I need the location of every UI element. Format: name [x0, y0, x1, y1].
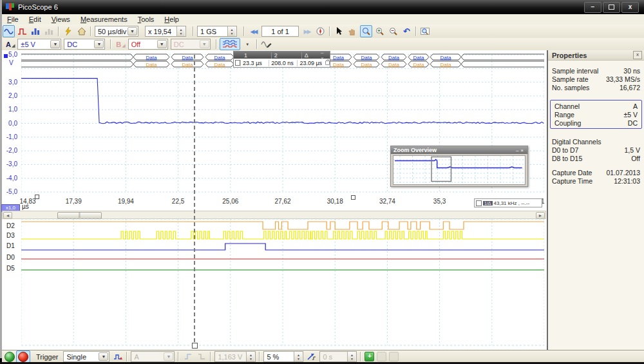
time-ruler-line[interactable]	[194, 55, 195, 343]
menu-item-tools[interactable]: Tools	[133, 15, 160, 24]
trigger-level-spinner[interactable]: 1,163 V▲▼	[214, 351, 256, 362]
decode-data-label[interactable]: Data	[440, 55, 451, 61]
chevron-down-icon: ▼	[99, 352, 108, 361]
channel-a-coupling-dropdown[interactable]: DC▼	[64, 39, 105, 50]
scope-mode-button[interactable]	[3, 25, 15, 37]
channel-b-menu-arrow-icon[interactable]: ◢	[122, 43, 125, 48]
property-value: 12:31:03	[614, 177, 640, 185]
lock-icon[interactable]	[325, 61, 330, 65]
add-measurement-button[interactable]: +	[365, 352, 374, 361]
zoom-overview-plot[interactable]	[393, 156, 524, 183]
channel-a-menu-arrow-icon[interactable]: ◢	[12, 43, 15, 48]
pretrigger-spinner[interactable]: 5 %▲▼	[263, 351, 303, 362]
zoom-in-button[interactable]	[374, 25, 386, 37]
zoom-overview-titlebar[interactable]: Zoom Overview –×	[391, 146, 527, 154]
menu-item-measurements[interactable]: Measurements	[75, 15, 133, 24]
ruler-legend-overlay[interactable]: 1 2 Δ –× 23.3 µs 208.0 ns 23.09 µs	[233, 51, 330, 68]
undo-zoom-button[interactable]: ↶	[401, 25, 413, 37]
rising-edge-button[interactable]	[182, 350, 194, 363]
menu-item-views[interactable]: Views	[46, 15, 75, 24]
marquee-zoom-button[interactable]	[360, 25, 372, 37]
x-tick-30,18: 30,18	[327, 198, 343, 205]
decode-data-label[interactable]: Data	[388, 55, 399, 61]
freq-tag: 1/Δ	[483, 201, 493, 206]
stop-capture-button[interactable]	[16, 350, 30, 363]
prev-buffer-button[interactable]: ◀◀	[247, 25, 260, 37]
menu-item-edit[interactable]: Edit	[24, 15, 46, 24]
property-row: D0 to D71,5 V	[548, 146, 644, 154]
close-icon[interactable]: x	[633, 51, 642, 59]
trigger-label: Trigger	[36, 353, 58, 361]
decode-data-label[interactable]: Data	[413, 62, 424, 68]
next-buffer-button[interactable]: ▶▶	[301, 25, 313, 37]
close-button[interactable]: x	[621, 2, 639, 13]
zoom-factor-spinner[interactable]: x 19,54▲▼	[145, 26, 186, 37]
decode-data-label[interactable]: Data	[214, 62, 225, 68]
minimize-icon[interactable]: –	[321, 50, 325, 55]
signal-generator-button[interactable]	[260, 38, 272, 50]
menu-item-help[interactable]: Help	[159, 15, 184, 24]
home-button[interactable]	[75, 25, 88, 37]
checkbox-icon[interactable]	[476, 200, 482, 206]
parked-ruler-handle[interactable]	[35, 195, 39, 199]
digital-inputs-button[interactable]	[220, 38, 240, 50]
time-ruler-handle[interactable]	[192, 343, 198, 349]
decode-data-label[interactable]: Data	[361, 55, 372, 61]
zoom-overview-window[interactable]: Zoom Overview –×	[390, 146, 528, 187]
auto-setup-button[interactable]	[62, 25, 74, 37]
trigger-mode-dropdown[interactable]: Single▼	[63, 351, 109, 362]
zoom-out-button[interactable]	[387, 25, 399, 37]
edit-measurement-button[interactable]	[377, 352, 386, 361]
digital-inputs-menu-button[interactable]: ▼	[242, 38, 254, 50]
samples-spinner[interactable]: 1 GS▲▼	[197, 26, 237, 37]
ruler-handle-2[interactable]	[351, 195, 355, 200]
ruler-legend-header[interactable]: 1 2 Δ –×	[234, 52, 330, 59]
channel-b-coupling-dropdown[interactable]: DC▼	[171, 39, 211, 50]
channel-b-range-dropdown[interactable]: Off▼	[128, 39, 168, 50]
zoom-factor-value: x 19,54	[148, 28, 171, 35]
timebase-dropdown[interactable]: 50 µs/div▼	[95, 26, 138, 37]
trigger-marker-button[interactable]	[305, 350, 317, 363]
decode-data-label[interactable]: Data	[146, 62, 157, 68]
decode-data-label[interactable]: Data	[388, 62, 399, 68]
delete-measurement-button[interactable]	[389, 352, 399, 361]
buffer-navigator-button[interactable]	[314, 25, 327, 37]
title-bar[interactable]: PicoScope 6 − x	[2, 0, 644, 14]
normal-pointer-button[interactable]	[333, 25, 345, 37]
digital-trace-D3[interactable]	[21, 231, 544, 239]
decode-data-label[interactable]: Data	[182, 55, 193, 61]
decode-data-label[interactable]: Data	[361, 62, 372, 68]
spinner-arrows-icon: ▲▼	[227, 26, 236, 36]
start-capture-button[interactable]	[5, 352, 15, 362]
decode-data-label[interactable]: Data	[413, 55, 424, 61]
menu-item-file[interactable]: File	[2, 15, 24, 24]
chevron-down-icon: ▼	[50, 40, 60, 48]
persistence-options-button[interactable]	[43, 25, 55, 37]
scroll-left-button[interactable]: ◄	[3, 212, 12, 219]
advanced-trigger-button[interactable]	[111, 350, 124, 363]
restore-button[interactable]	[603, 2, 620, 13]
decode-data-label[interactable]: Data	[333, 55, 344, 61]
channel-a-range-dropdown[interactable]: ±5 V▼	[17, 39, 61, 50]
minimize-button[interactable]: −	[584, 2, 601, 13]
digital-bus-icon	[222, 40, 238, 48]
properties-header[interactable]: Properties x	[548, 50, 644, 61]
decode-data-label[interactable]: Data	[440, 62, 451, 68]
falling-edge-button[interactable]	[195, 350, 207, 363]
trigger-source-dropdown[interactable]: A▼	[131, 351, 175, 362]
digital-plot[interactable]	[21, 218, 544, 347]
persistence-mode-button[interactable]	[16, 25, 28, 37]
checkbox-icon[interactable]	[235, 60, 240, 66]
buffer-position-box[interactable]: 1 of 1	[261, 26, 299, 37]
spectrum-mode-button[interactable]	[30, 25, 42, 37]
decode-data-label[interactable]: Data	[182, 62, 193, 68]
decode-data-label[interactable]: Data	[333, 62, 344, 68]
decode-data-label[interactable]: Data	[146, 55, 157, 61]
zoom-overview-button[interactable]	[419, 25, 431, 37]
frequency-readout[interactable]: 1/Δ 43,31 kHz , --.--	[474, 198, 542, 207]
trigger-delay-spinner[interactable]: 0 s▲▼	[319, 351, 357, 362]
decode-data-label[interactable]: Data	[214, 55, 225, 61]
hand-pan-button[interactable]	[346, 25, 359, 37]
close-icon[interactable]: ×	[520, 148, 526, 153]
zoom-overview-body[interactable]	[393, 155, 526, 185]
